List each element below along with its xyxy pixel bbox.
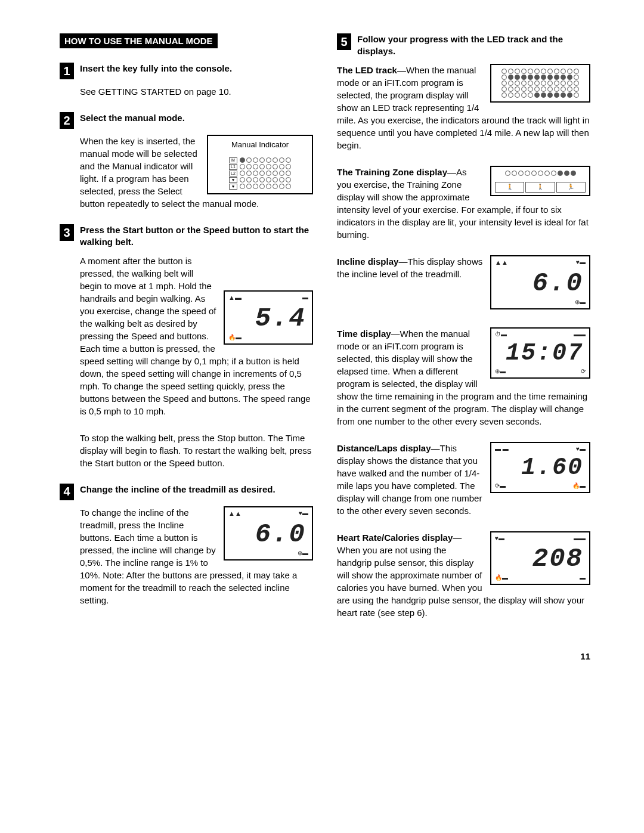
walk-icon: 🚶 (525, 182, 555, 193)
page-number: 11 (60, 651, 590, 661)
step-1-body: See GETTING STARTED on page 10. (80, 85, 313, 98)
training-zone-section: 🚶 🚶 🏃 The Training Zone display—As you e… (337, 166, 590, 241)
walk-icon: 🚶 (495, 182, 524, 193)
step-number: 4 (60, 484, 74, 500)
step-2: 2 Select the manual mode. (60, 112, 313, 129)
step-3: 3 Press the Start button or the Speed bu… (60, 224, 313, 249)
led-track-section: The LED track—When the manual mode or an… (337, 64, 590, 151)
bar-icon: ⊕▬ (298, 549, 308, 558)
time-display-section: ⏱▬▬▬ 15:07 ⊕▬⟳ Time display—When the man… (337, 327, 590, 428)
heart-icon: ♥▬ (299, 509, 308, 518)
step-number: 3 (60, 224, 74, 241)
seven-segment-value: 1.60 (491, 455, 589, 480)
bar-icon: ⊕▬ (575, 298, 586, 306)
bar-icon: ⟳ (581, 367, 586, 376)
seven-segment-value: 15:07 (491, 340, 589, 366)
right-column: 5 Follow your progress with the LED trac… (337, 33, 590, 633)
step-5: 5 Follow your progress with the LED trac… (337, 33, 590, 58)
step-number: 1 (60, 63, 74, 79)
bar-icon: ▬ ▬ (495, 445, 509, 453)
figure-label: Manual Indicator (208, 136, 312, 154)
step-4-body: ▲▲♥▬ 6.0 ⊕▬ To change the incline of the… (80, 506, 313, 606)
step-title: Insert the key fully into the console. (80, 63, 232, 75)
bar-icon: ▬ (580, 574, 586, 582)
step-3-body-2: To stop the walking belt, press the Stop… (80, 432, 313, 469)
heart-rate-section: ♥▬▬▬ 208 🔥▬▬ Heart Rate/Calories display… (337, 531, 590, 619)
left-column: HOW TO USE THE MANUAL MODE 1 Insert the … (60, 33, 313, 633)
label: Time display (337, 329, 391, 339)
mountain-icon: ▲▲ (495, 258, 508, 267)
speed-display-figure: ▲▬▬ 5.4 🔥▬ (224, 290, 313, 345)
heart-icon: ♥▬ (495, 534, 504, 543)
label: Incline display (337, 256, 398, 267)
label: The Training Zone display (337, 167, 447, 177)
bar-icon: ▬▬ (574, 330, 586, 339)
heart-rate-figure: ♥▬▬▬ 208 🔥▬▬ (490, 531, 590, 585)
step-1: 1 Insert the key fully into the console. (60, 63, 313, 79)
step-2-body: Manual Indicator M L1 L2 ♥ ♥ When the ke… (80, 135, 313, 210)
bar-icon: ▬ (302, 293, 308, 302)
step-number: 2 (60, 112, 74, 129)
heart-icon: ♥▬ (576, 258, 586, 267)
distance-section: ▬ ▬♥▬ 1.60 ⟳▬🔥▬ Distance/Laps display—Th… (337, 442, 590, 517)
body-text: —This display shows the distance that yo… (337, 443, 482, 516)
flame-icon: 🔥▬ (228, 333, 242, 342)
flame-icon: 🔥▬ (495, 574, 508, 582)
led-track-figure (490, 64, 590, 103)
clock-icon: ⏱▬ (495, 330, 507, 339)
incline-display-section: ▲▲♥▬ 6.0 ⊕▬ Incline display—This display… (337, 255, 590, 312)
mountain-icon: ▲▲ (228, 509, 242, 518)
up-icon: ▲▬ (228, 293, 242, 302)
seven-segment-value: 6.0 (491, 269, 589, 296)
bar-icon: ⟳▬ (495, 482, 506, 490)
distance-figure: ▬ ▬♥▬ 1.60 ⟳▬🔥▬ (490, 442, 590, 493)
flame-icon: 🔥▬ (572, 482, 586, 490)
bar-icon: ⊕▬ (495, 367, 506, 376)
step-title: Select the manual mode. (80, 112, 185, 124)
bar-icon: ▬▬ (574, 534, 586, 543)
heart-icon: ♥▬ (576, 445, 586, 453)
step-title: Follow your progress with the LED track … (357, 33, 590, 58)
step-title: Press the Start button or the Speed butt… (80, 224, 313, 249)
run-icon: 🏃 (556, 182, 586, 193)
time-figure: ⏱▬▬▬ 15:07 ⊕▬⟳ (490, 327, 590, 379)
seven-segment-value: 6.0 (225, 520, 312, 547)
incline-figure: ▲▲♥▬ 6.0 ⊕▬ (490, 255, 590, 309)
incline-display-figure: ▲▲♥▬ 6.0 ⊕▬ (224, 506, 313, 561)
seven-segment-value: 208 (491, 544, 589, 572)
section-heading: HOW TO USE THE MANUAL MODE (60, 33, 218, 48)
step-number: 5 (337, 33, 351, 50)
seven-segment-value: 5.4 (225, 304, 312, 332)
label: The LED track (337, 65, 397, 75)
manual-indicator-figure: Manual Indicator M L1 L2 ♥ ♥ (207, 135, 313, 194)
step-title: Change the incline of the treadmill as d… (80, 484, 275, 496)
label: Heart Rate/Calories display (337, 532, 453, 543)
step-3-body: ▲▬▬ 5.4 🔥▬ A moment after the button is … (80, 255, 313, 417)
led-matrix-icon: M L1 L2 ♥ ♥ (208, 154, 312, 193)
manual-page: HOW TO USE THE MANUAL MODE 1 Insert the … (0, 0, 644, 685)
label: Distance/Laps display (337, 443, 431, 453)
training-zone-figure: 🚶 🚶 🏃 (490, 166, 590, 196)
step-4: 4 Change the incline of the treadmill as… (60, 484, 313, 500)
